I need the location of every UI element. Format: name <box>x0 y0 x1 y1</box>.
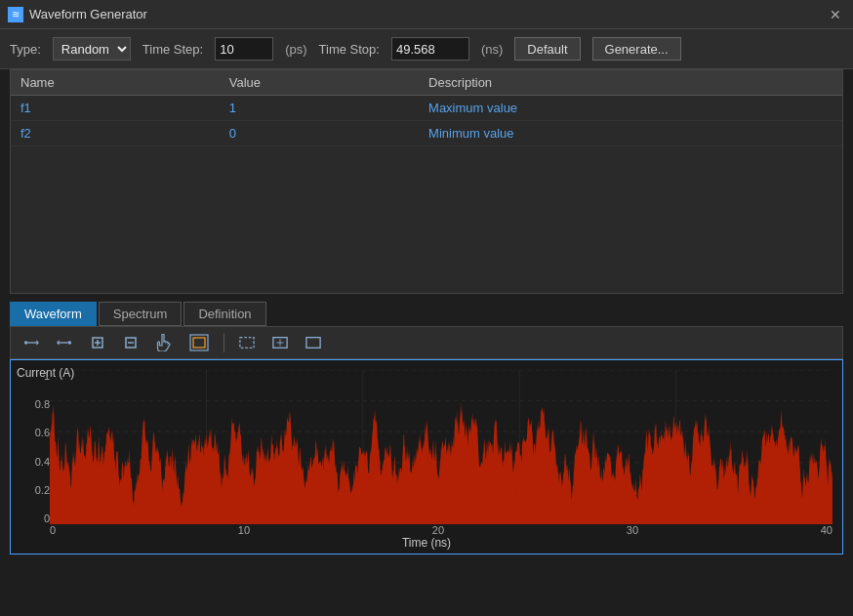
generate-button[interactable]: Generate... <box>592 37 681 61</box>
pan-hand-button[interactable] <box>151 331 177 354</box>
svg-marker-2 <box>36 340 39 345</box>
cell-value: 1 <box>220 96 419 121</box>
toolbar-divider-1 <box>223 333 224 352</box>
waveform-chart: Current (A) 1 0.8 0.6 0.4 0.2 0 0 <box>10 359 843 554</box>
parameters-table: Name Value Description f11Maximum valuef… <box>11 70 842 146</box>
svg-point-0 <box>24 341 28 345</box>
app-icon: ≋ <box>8 7 23 22</box>
timestop-label: Time Stop: <box>319 42 380 57</box>
svg-rect-17 <box>306 338 320 349</box>
zoom-rect-button[interactable] <box>267 331 293 354</box>
titlebar: ≋ Waveform Generator ✕ <box>0 0 853 29</box>
type-label: Type: <box>10 42 41 57</box>
x-axis-label: Time (ns) <box>402 536 451 550</box>
timestep-input[interactable] <box>215 37 273 61</box>
tab-waveform[interactable]: Waveform <box>10 302 97 326</box>
svg-marker-5 <box>57 340 60 345</box>
type-select[interactable]: Random Sine Square Triangle Custom <box>53 37 131 61</box>
cell-name: f2 <box>11 121 220 146</box>
pan-left-button[interactable] <box>19 331 44 354</box>
x-axis-labels: 0 10 20 30 40 <box>50 524 833 536</box>
waveform-toolbar <box>10 326 843 359</box>
waveform-svg <box>50 370 833 524</box>
col-header-description: Description <box>419 70 842 96</box>
tab-spectrum[interactable]: Spectrum <box>99 302 183 326</box>
cell-value: 0 <box>220 121 419 146</box>
default-button[interactable]: Default <box>514 37 580 61</box>
col-header-value: Value <box>220 70 419 96</box>
svg-point-3 <box>68 341 72 345</box>
fit-view-button[interactable] <box>184 331 214 354</box>
timestep-label: Time Step: <box>142 42 203 57</box>
zoom-out-button[interactable] <box>118 331 143 354</box>
svg-rect-12 <box>193 338 205 348</box>
parameters-table-container: Name Value Description f11Maximum valuef… <box>10 69 843 294</box>
close-button[interactable]: ✕ <box>826 5 845 24</box>
titlebar-left: ≋ Waveform Generator <box>8 7 147 22</box>
table-row[interactable]: f20Minimum value <box>11 121 842 146</box>
tab-definition[interactable]: Definition <box>183 302 265 326</box>
select-rect-button[interactable] <box>234 331 260 354</box>
zoom-in-button[interactable] <box>85 331 110 354</box>
table-row[interactable]: f11Maximum value <box>11 96 842 121</box>
timestop-input[interactable] <box>391 37 469 61</box>
col-header-name: Name <box>11 70 220 96</box>
window-title: Waveform Generator <box>29 7 147 21</box>
cell-name: f1 <box>11 96 220 121</box>
pan-right-button[interactable] <box>52 331 77 354</box>
timestop-unit: (ns) <box>481 42 503 57</box>
svg-rect-13 <box>240 338 254 349</box>
timestep-unit: (ps) <box>285 42 306 57</box>
cell-description: Minimum value <box>419 121 842 146</box>
toolbar: Type: Random Sine Square Triangle Custom… <box>0 29 853 69</box>
tabs-row: Waveform Spectrum Definition <box>10 302 843 326</box>
chart-canvas <box>50 370 833 524</box>
cell-description: Maximum value <box>419 96 842 121</box>
y-axis-labels: 1 0.8 0.6 0.4 0.2 0 <box>15 370 50 524</box>
zoom-fit-button[interactable] <box>301 331 326 354</box>
